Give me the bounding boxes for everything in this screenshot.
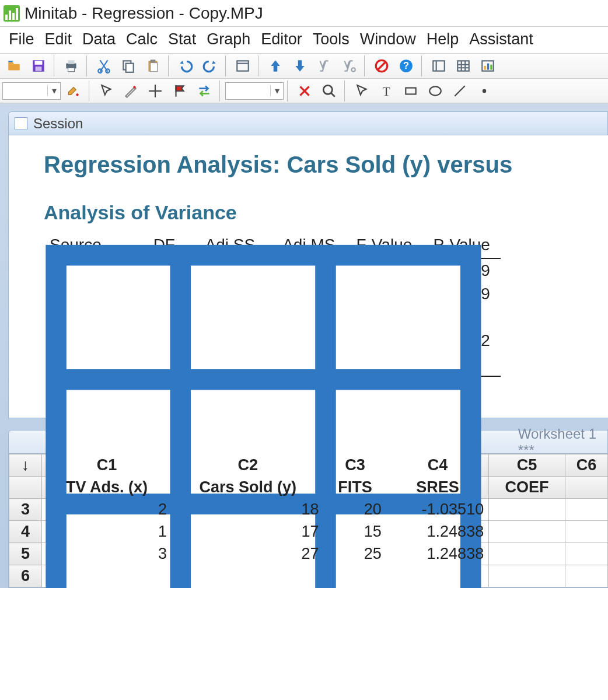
svg-line-17 (378, 62, 386, 70)
app-title: Minitab - Regression - Copy.MPJ (25, 4, 263, 23)
svg-point-33 (323, 85, 332, 94)
marker-tool-icon[interactable] (473, 80, 496, 102)
toolbar-main: ? (0, 53, 608, 79)
svg-rect-5 (68, 68, 75, 72)
worksheet-window-title: Worksheet 1 *** (518, 426, 602, 459)
pointer2-icon[interactable] (350, 80, 373, 102)
session-window-icon[interactable] (427, 55, 450, 76)
swap-icon[interactable] (193, 80, 216, 102)
session-window-icon (15, 117, 27, 130)
copy-icon[interactable] (117, 55, 140, 76)
svg-rect-2 (36, 66, 42, 71)
svg-text:?: ? (403, 60, 409, 71)
selector-combo[interactable]: ▾ (225, 82, 284, 100)
app-titlebar: Minitab - Regression - Copy.MPJ (0, 0, 608, 27)
rectangle-tool-icon[interactable] (399, 80, 422, 102)
svg-rect-11 (151, 63, 158, 72)
mdi-workspace: Session Regression Analysis: Cars Sold (… (0, 103, 608, 588)
menu-tools[interactable]: Tools (308, 29, 355, 50)
svg-rect-25 (490, 65, 492, 70)
font-combo[interactable]: ▾ (2, 82, 61, 100)
svg-rect-40 (56, 256, 471, 588)
svg-rect-36 (406, 88, 415, 94)
menu-file[interactable]: File (4, 29, 40, 50)
worksheet-window-icon[interactable] (452, 55, 475, 76)
redo-icon[interactable] (198, 55, 222, 76)
crosshair-icon[interactable] (144, 80, 167, 102)
toolbar-edit: ▾ ▾ T (0, 79, 608, 103)
find-icon[interactable] (313, 55, 336, 76)
cut-icon[interactable] (92, 55, 116, 76)
brush-icon[interactable] (119, 80, 142, 102)
report-title: Regression Analysis: Cars Sold (y) versu… (44, 152, 608, 178)
svg-point-39 (483, 89, 487, 93)
text-tool-icon[interactable]: T (375, 80, 398, 102)
undo-icon[interactable] (174, 55, 197, 76)
svg-rect-4 (68, 60, 75, 64)
menubar: File Edit Data Calc Stat Graph Editor To… (0, 27, 608, 53)
save-icon[interactable] (27, 55, 50, 76)
menu-editor[interactable]: Editor (256, 29, 308, 50)
delete-x-icon[interactable] (293, 80, 316, 102)
grid-cell[interactable] (565, 499, 607, 521)
svg-rect-24 (487, 64, 489, 70)
svg-text:T: T (382, 84, 390, 98)
menu-graph[interactable]: Graph (201, 29, 256, 50)
menu-help[interactable]: Help (421, 29, 464, 50)
svg-rect-21 (457, 61, 469, 71)
menu-edit[interactable]: Edit (40, 29, 78, 50)
arrow-down-icon[interactable] (288, 55, 312, 76)
graph-window-icon[interactable] (476, 55, 499, 76)
find-next-icon[interactable] (337, 55, 361, 76)
session-window-title: Session (33, 116, 83, 132)
flag-icon[interactable] (168, 80, 191, 102)
line-tool-icon[interactable] (448, 80, 471, 102)
column-name[interactable] (565, 477, 607, 499)
zoom-icon[interactable] (317, 80, 341, 102)
grid-cell[interactable] (565, 521, 607, 543)
menu-stat[interactable]: Stat (163, 29, 201, 50)
new-window-icon[interactable] (231, 55, 254, 76)
cancel-icon[interactable] (370, 55, 393, 76)
svg-rect-13 (237, 61, 249, 71)
paste-icon[interactable] (141, 55, 165, 76)
grid-cell[interactable] (565, 543, 607, 565)
svg-rect-23 (484, 66, 486, 70)
svg-point-15 (351, 68, 355, 72)
svg-point-37 (429, 86, 441, 95)
open-icon[interactable] (2, 55, 26, 76)
ellipse-tool-icon[interactable] (424, 80, 447, 102)
worksheet-window-titlebar[interactable]: Worksheet 1 *** (8, 430, 608, 453)
session-window-titlebar[interactable]: Session (8, 111, 608, 135)
worksheet-window: Worksheet 1 *** ↓C1C2C3C4C5C6 TV Ads. (x… (8, 430, 608, 588)
select-pointer-icon[interactable] (95, 80, 118, 102)
grid-cell[interactable] (565, 565, 607, 587)
app-logo-icon (4, 5, 20, 22)
help-icon[interactable]: ? (394, 55, 418, 76)
svg-point-27 (133, 86, 135, 88)
svg-line-38 (455, 86, 464, 96)
svg-line-34 (331, 93, 335, 97)
svg-rect-1 (35, 61, 43, 65)
print-icon[interactable] (60, 55, 83, 76)
svg-rect-9 (126, 64, 134, 72)
menu-assistant[interactable]: Assistant (464, 29, 539, 50)
arrow-up-icon[interactable] (264, 55, 287, 76)
svg-rect-20 (433, 61, 445, 71)
paint-format-icon[interactable] (62, 80, 85, 102)
menu-data[interactable]: Data (77, 29, 121, 50)
svg-point-26 (76, 93, 78, 96)
menu-calc[interactable]: Calc (121, 29, 163, 50)
svg-rect-12 (151, 60, 156, 62)
menu-window[interactable]: Window (355, 29, 421, 50)
